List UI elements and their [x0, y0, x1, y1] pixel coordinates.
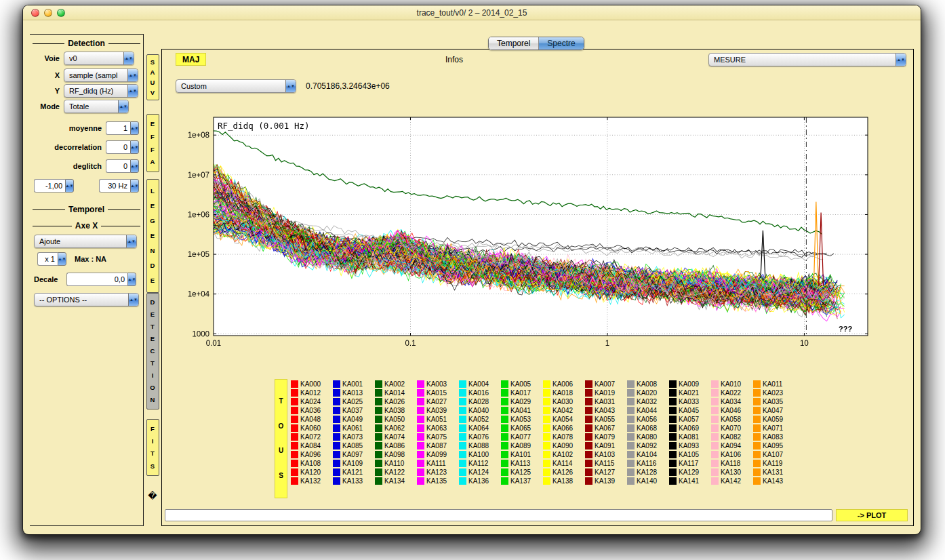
legend-item[interactable]: KA005 [501, 380, 543, 388]
legend-item[interactable]: KA010 [711, 380, 753, 388]
legend-item[interactable]: KA127 [585, 468, 627, 476]
legend-item[interactable]: KA016 [459, 389, 501, 397]
legend-item[interactable]: KA072 [291, 433, 333, 441]
voie-select[interactable]: v0 ▲▼ [64, 52, 134, 65]
legend-item[interactable]: KA039 [417, 407, 459, 414]
legend-item[interactable]: KA136 [459, 477, 501, 485]
legend-item[interactable]: KA071 [753, 424, 795, 432]
axe-x-mode-select[interactable]: Ajoute ▲▼ [34, 235, 137, 248]
legend-item[interactable]: KA065 [501, 424, 543, 432]
legend-item[interactable]: KA076 [459, 433, 501, 441]
legend-item[interactable]: KA068 [627, 424, 669, 432]
legend-item[interactable]: KA028 [459, 398, 501, 405]
legend-item[interactable]: KA096 [291, 451, 333, 458]
legend-item[interactable]: KA087 [417, 442, 459, 449]
legend-item[interactable]: KA047 [753, 407, 795, 414]
legend-item[interactable]: KA133 [333, 477, 375, 485]
legend-item[interactable]: KA073 [333, 433, 375, 441]
effa-button[interactable]: EFFA [146, 114, 159, 172]
legend-item[interactable]: KA041 [501, 407, 543, 414]
legend-item[interactable]: KA058 [711, 416, 753, 423]
legend-item[interactable]: KA056 [627, 416, 669, 423]
legend-item[interactable]: KA098 [375, 451, 417, 458]
fits-button[interactable]: FITS [146, 419, 159, 476]
legend-item[interactable]: KA057 [669, 416, 711, 423]
legend-item[interactable]: KA080 [627, 433, 669, 441]
legend-item[interactable]: KA051 [417, 416, 459, 423]
legend-item[interactable]: KA075 [417, 433, 459, 441]
legend-item[interactable]: KA138 [543, 477, 585, 485]
legend-item[interactable]: KA054 [543, 416, 585, 423]
legend-item[interactable]: KA030 [543, 398, 585, 405]
legend-item[interactable]: KA044 [627, 407, 669, 414]
legend-item[interactable]: KA088 [459, 442, 501, 449]
legend-item[interactable]: KA074 [375, 433, 417, 441]
legend-item[interactable]: KA107 [753, 451, 795, 458]
legend-item[interactable]: KA092 [627, 442, 669, 449]
detection-button[interactable]: DETECTION [146, 293, 159, 409]
legend-item[interactable]: KA066 [543, 424, 585, 432]
legend-item[interactable]: KA032 [627, 398, 669, 405]
legend-item[interactable]: KA124 [459, 468, 501, 476]
legend-item[interactable]: KA094 [711, 442, 753, 449]
legend-item[interactable]: KA083 [753, 433, 795, 441]
legend-item[interactable]: KA033 [669, 398, 711, 405]
legend-item[interactable]: KA105 [669, 451, 711, 458]
legend-item[interactable]: KA097 [333, 451, 375, 458]
mode-select[interactable]: Totale ▲▼ [64, 100, 129, 113]
legend-item[interactable]: KA130 [711, 468, 753, 476]
help-button[interactable]: � [146, 487, 160, 504]
legend-item[interactable]: KA014 [375, 389, 417, 397]
legend-item[interactable]: KA043 [585, 407, 627, 414]
legend-item[interactable]: KA090 [543, 442, 585, 449]
legend-item[interactable]: KA115 [585, 460, 627, 467]
legend-item[interactable]: KA110 [375, 460, 417, 467]
options-select[interactable]: -- OPTIONS -- ▲▼ [34, 293, 139, 306]
legend-item[interactable]: KA108 [291, 460, 333, 467]
legend-item[interactable]: KA064 [459, 424, 501, 432]
legend-item[interactable]: KA036 [291, 407, 333, 414]
sauv-button[interactable]: SAUV [146, 54, 159, 100]
legend-item[interactable]: KA062 [375, 424, 417, 432]
legend-item[interactable]: KA104 [627, 451, 669, 458]
legend-item[interactable]: KA116 [627, 460, 669, 467]
legend-item[interactable]: KA007 [585, 380, 627, 388]
legend-item[interactable]: KA067 [585, 424, 627, 432]
legend-item[interactable]: KA084 [291, 442, 333, 449]
legend-item[interactable]: KA052 [459, 416, 501, 423]
legend-item[interactable]: KA114 [543, 460, 585, 467]
legend-item[interactable]: KA123 [417, 468, 459, 476]
legend-item[interactable]: KA018 [543, 389, 585, 397]
legend-item[interactable]: KA078 [543, 433, 585, 441]
legend-item[interactable]: KA102 [543, 451, 585, 458]
legend-item[interactable]: KA025 [333, 398, 375, 405]
legend-item[interactable]: KA079 [585, 433, 627, 441]
legend-item[interactable]: KA031 [585, 398, 627, 405]
legend-item[interactable]: KA118 [711, 460, 753, 467]
legend-item[interactable]: KA060 [291, 424, 333, 432]
close-button[interactable] [31, 9, 39, 17]
legend-item[interactable]: KA125 [501, 468, 543, 476]
legend-item[interactable]: KA006 [543, 380, 585, 388]
legend-item[interactable]: KA089 [501, 442, 543, 449]
legend-item[interactable]: KA055 [585, 416, 627, 423]
legend-item[interactable]: KA141 [669, 477, 711, 485]
legend-item[interactable]: KA131 [753, 468, 795, 476]
legend-item[interactable]: KA050 [375, 416, 417, 423]
legend-item[interactable]: KA004 [459, 380, 501, 388]
legend-item[interactable]: KA140 [627, 477, 669, 485]
legend-item[interactable]: KA026 [375, 398, 417, 405]
legend-item[interactable]: KA103 [585, 451, 627, 458]
tab-spectre[interactable]: Spectre [538, 37, 583, 49]
legend-item[interactable]: KA085 [333, 442, 375, 449]
deglitch-stepper[interactable]: 0 ▲▼ [106, 159, 139, 173]
legend-item[interactable]: KA093 [669, 442, 711, 449]
legend-item[interactable]: KA061 [333, 424, 375, 432]
decale-stepper[interactable]: 0,0 ▲▼ [66, 273, 136, 286]
legende-button[interactable]: LEGENDE [146, 179, 159, 293]
minimize-button[interactable] [44, 9, 52, 17]
legend-item[interactable]: KA143 [753, 477, 795, 485]
legend-item[interactable]: KA035 [753, 398, 795, 405]
legend-item[interactable]: KA128 [627, 468, 669, 476]
legend-item[interactable]: KA070 [711, 424, 753, 432]
